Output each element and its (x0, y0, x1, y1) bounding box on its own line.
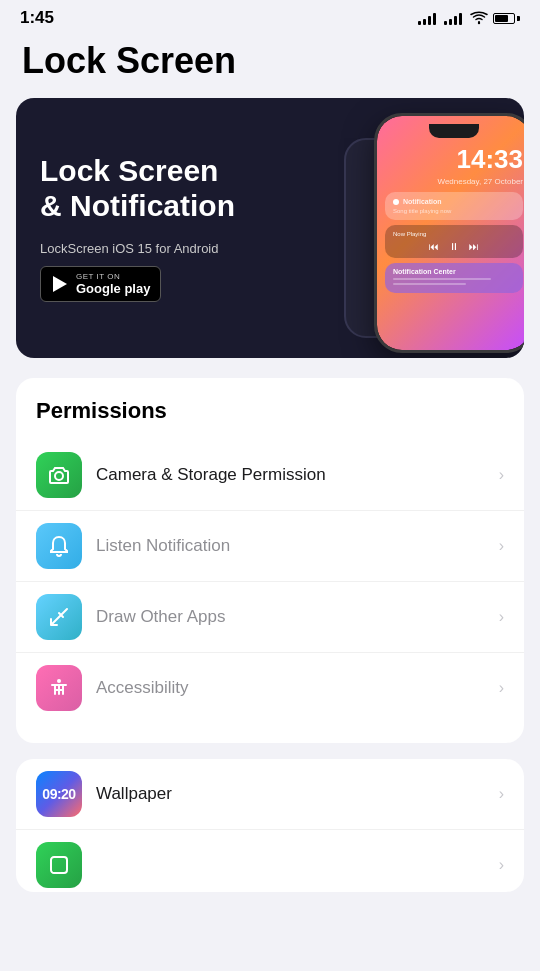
bottom-card: 09:20 Wallpaper › › (16, 759, 524, 892)
banner-title: Lock Screen& Notification (40, 154, 500, 223)
play-get-it-label: GET IT ON (76, 272, 150, 281)
wallpaper-label: Wallpaper (96, 784, 485, 804)
banner-text-area: Lock Screen& Notification LockScreen iOS… (16, 134, 524, 322)
banner-subtitle: LockScreen iOS 15 for Android (40, 241, 500, 256)
next-item-icon (36, 842, 82, 888)
listen-notification-icon (36, 523, 82, 569)
svg-point-0 (478, 22, 480, 24)
signal2-icon (444, 12, 462, 25)
wallpaper-item[interactable]: 09:20 Wallpaper › (16, 759, 524, 830)
draw-other-apps-icon (36, 594, 82, 640)
permissions-title: Permissions (16, 398, 524, 440)
svg-point-2 (55, 472, 63, 480)
camera-storage-chevron: › (499, 466, 504, 484)
status-icons (418, 11, 520, 25)
draw-other-apps-chevron: › (499, 608, 504, 626)
signal-icon (418, 12, 436, 25)
draw-other-apps-item[interactable]: Draw Other Apps › (16, 582, 524, 653)
battery-icon (493, 13, 520, 24)
listen-notification-label: Listen Notification (96, 536, 485, 556)
svg-rect-4 (51, 857, 67, 873)
wallpaper-time-text: 09:20 (42, 786, 75, 802)
svg-point-3 (57, 679, 61, 683)
status-bar: 1:45 (0, 0, 540, 32)
listen-notification-chevron: › (499, 537, 504, 555)
svg-marker-1 (53, 276, 67, 292)
wifi-icon (470, 11, 488, 25)
accessibility-chevron: › (499, 679, 504, 697)
camera-storage-label: Camera & Storage Permission (96, 465, 485, 485)
accessibility-item[interactable]: Accessibility › (16, 653, 524, 723)
play-store-icon (51, 275, 69, 293)
next-item-chevron: › (499, 856, 504, 874)
wallpaper-chevron: › (499, 785, 504, 803)
status-time: 1:45 (20, 8, 54, 28)
page-title: Lock Screen (0, 32, 540, 98)
camera-storage-icon (36, 452, 82, 498)
listen-notification-item[interactable]: Listen Notification › (16, 511, 524, 582)
wallpaper-icon: 09:20 (36, 771, 82, 817)
play-store-name: Google play (76, 281, 150, 296)
draw-other-apps-label: Draw Other Apps (96, 607, 485, 627)
app-banner[interactable]: Lock Screen& Notification LockScreen iOS… (16, 98, 524, 358)
accessibility-icon (36, 665, 82, 711)
google-play-badge[interactable]: GET IT ON Google play (40, 266, 161, 302)
camera-storage-item[interactable]: Camera & Storage Permission › (16, 440, 524, 511)
permissions-card: Permissions Camera & Storage Permission … (16, 378, 524, 743)
accessibility-label: Accessibility (96, 678, 485, 698)
next-item-partial[interactable]: › (16, 830, 524, 892)
